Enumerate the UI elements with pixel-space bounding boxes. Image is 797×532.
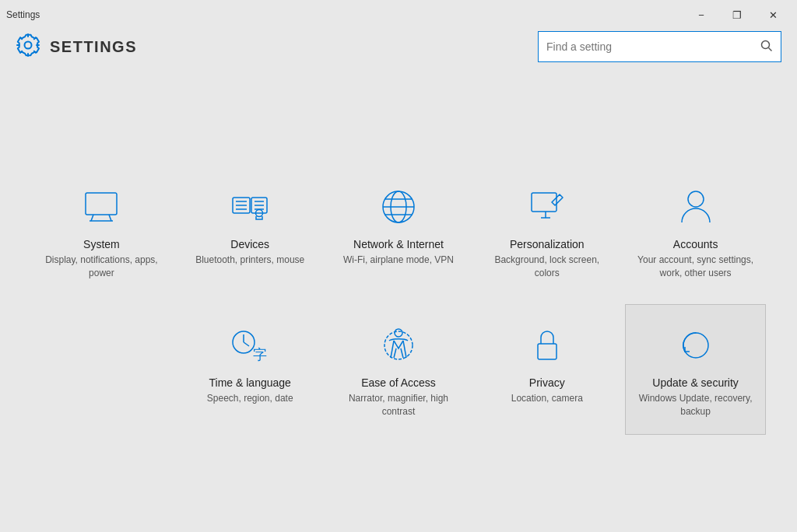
- keyboard-icon: [228, 185, 272, 229]
- setting-desc-devices: Bluetooth, printers, mouse: [195, 254, 304, 267]
- svg-line-4: [91, 215, 93, 221]
- settings-gear-icon: [16, 33, 40, 61]
- monitor-icon: [79, 185, 123, 229]
- setting-item-system[interactable]: System Display, notifications, apps, pow…: [31, 166, 172, 296]
- svg-point-1: [762, 40, 770, 48]
- setting-item-accounts[interactable]: Accounts Your account, sync settings, wo…: [625, 166, 766, 296]
- svg-rect-3: [86, 193, 117, 215]
- setting-name-network: Network & Internet: [353, 238, 444, 250]
- accessibility-icon: [377, 324, 420, 367]
- setting-desc-time: Speech, region, date: [207, 392, 293, 405]
- setting-desc-accounts: Your account, sync settings, work, other…: [635, 254, 756, 280]
- minimize-button[interactable]: −: [683, 5, 719, 25]
- setting-name-devices: Devices: [230, 238, 269, 250]
- empty-cell: [31, 304, 172, 435]
- search-icon-button[interactable]: [760, 40, 773, 54]
- svg-line-25: [244, 342, 249, 346]
- close-button[interactable]: ✕: [755, 5, 791, 25]
- setting-name-privacy: Privacy: [529, 376, 565, 389]
- personalization-icon: [525, 185, 569, 229]
- svg-text:字: 字: [253, 347, 267, 362]
- setting-name-system: System: [83, 238, 120, 250]
- page-title: SETTINGS: [50, 38, 137, 56]
- title-bar: Settings − ❐ ✕: [0, 0, 797, 25]
- setting-desc-personalization: Background, lock screen, colors: [486, 254, 607, 280]
- update-icon: [674, 324, 718, 367]
- setting-desc-update: Windows Update, recovery, backup: [635, 392, 756, 418]
- setting-item-privacy[interactable]: Privacy Location, camera: [476, 304, 617, 435]
- main-content: System Display, notifications, apps, pow…: [0, 68, 797, 532]
- setting-item-network[interactable]: Network & Internet Wi-Fi, airplane mode,…: [328, 166, 469, 296]
- setting-item-ease[interactable]: Ease of Access Narrator, magnifier, high…: [328, 304, 469, 435]
- search-input[interactable]: [546, 40, 760, 53]
- svg-point-27: [395, 329, 402, 337]
- setting-desc-ease: Narrator, magnifier, high contrast: [339, 392, 459, 418]
- restore-button[interactable]: ❐: [719, 5, 755, 25]
- header-left: SETTINGS: [16, 33, 137, 61]
- setting-desc-network: Wi-Fi, airplane mode, VPN: [343, 254, 454, 267]
- setting-item-time[interactable]: 字 Time & language Speech, region, date: [180, 304, 321, 435]
- setting-name-update: Update & security: [652, 376, 739, 389]
- setting-desc-privacy: Location, camera: [511, 392, 583, 405]
- title-bar-controls: − ❐ ✕: [683, 5, 791, 25]
- setting-name-ease: Ease of Access: [361, 376, 436, 389]
- svg-line-2: [769, 47, 772, 51]
- setting-name-personalization: Personalization: [510, 238, 585, 250]
- clock-language-icon: 字: [228, 324, 272, 367]
- svg-point-28: [384, 331, 413, 359]
- svg-line-5: [109, 215, 111, 221]
- svg-rect-29: [538, 344, 556, 359]
- setting-name-time: Time & language: [209, 376, 291, 389]
- lock-icon: [525, 324, 569, 367]
- setting-name-accounts: Accounts: [673, 238, 718, 250]
- svg-point-22: [688, 191, 704, 207]
- app-header: SETTINGS: [0, 25, 797, 68]
- setting-desc-system: Display, notifications, apps, power: [41, 254, 162, 280]
- globe-icon: [377, 185, 420, 229]
- setting-item-devices[interactable]: Devices Bluetooth, printers, mouse: [180, 166, 321, 296]
- search-box[interactable]: [538, 31, 781, 62]
- person-icon: [674, 185, 718, 229]
- setting-item-update[interactable]: Update & security Windows Update, recove…: [625, 304, 766, 435]
- settings-grid: System Display, notifications, apps, pow…: [31, 166, 766, 434]
- title-bar-label: Settings: [6, 9, 40, 20]
- svg-rect-21: [532, 193, 556, 212]
- setting-item-personalization[interactable]: Personalization Background, lock screen,…: [476, 166, 617, 296]
- svg-point-0: [25, 42, 32, 49]
